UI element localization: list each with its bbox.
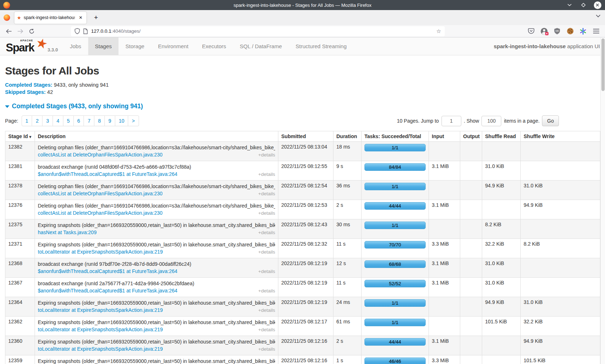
multi-account-asterisk-icon[interactable]: [578, 27, 588, 36]
account-extension-icon[interactable]: ✕: [539, 27, 549, 36]
duration-cell: 18 ms: [333, 142, 362, 161]
header-shuffle-write[interactable]: Shuffle Write: [521, 131, 600, 142]
nav-item-environment[interactable]: Environment: [151, 37, 195, 55]
forward-button[interactable]: [17, 29, 23, 34]
header-tasks[interactable]: Tasks: Succeeded/Total: [362, 131, 429, 142]
details-toggle[interactable]: +details: [258, 171, 275, 178]
details-toggle[interactable]: +details: [258, 229, 275, 236]
tracking-shield-icon[interactable]: [75, 28, 80, 34]
details-toggle[interactable]: +details: [258, 287, 275, 295]
output-cell: [460, 142, 482, 161]
stage-callsite-link[interactable]: collectAsList at DeleteOrphanFilesSparkA…: [38, 190, 162, 197]
stage-callsite-link[interactable]: collectAsList at DeleteOrphanFilesSparkA…: [38, 209, 162, 217]
page-button-5[interactable]: 5: [63, 115, 74, 126]
nav-item-sql-dataframe[interactable]: SQL / DataFrame: [233, 37, 289, 55]
close-button[interactable]: [593, 1, 601, 9]
ublock-shield-icon[interactable]: UO: [552, 27, 562, 36]
bookmark-star-icon[interactable]: ☆: [436, 28, 441, 35]
nav-item-executors[interactable]: Executors: [195, 37, 233, 55]
page-button-2[interactable]: 2: [32, 115, 42, 126]
input-cell: 3.1 MiB: [429, 258, 460, 278]
duration-cell: 1 s: [333, 355, 362, 364]
page-button-1[interactable]: 1: [22, 115, 32, 126]
shuffle-write-cell: [521, 161, 600, 181]
tasks-cell: 70/70: [362, 239, 429, 258]
tasks-cell: 1/1: [362, 142, 429, 161]
stage-callsite-link[interactable]: toLocalIterator at ExpireSnapshotsSparkA…: [38, 345, 163, 352]
stage-callsite-link[interactable]: toLocalIterator at ExpireSnapshotsSparkA…: [38, 306, 163, 314]
page-button-10[interactable]: 10: [115, 115, 129, 126]
page-info-icon[interactable]: [83, 28, 88, 34]
shuffle-read-cell: [482, 142, 521, 161]
page-button-9[interactable]: 9: [105, 115, 115, 126]
stage-id-cell: 12362: [5, 317, 35, 336]
go-button[interactable]: Go: [542, 115, 559, 126]
stage-callsite-link[interactable]: $anonfun$withThreadLocalCaptured$1 at Fu…: [38, 170, 178, 178]
details-toggle[interactable]: +details: [258, 326, 275, 333]
skipped-stages-label[interactable]: Skipped Stages:: [5, 89, 46, 95]
header-output[interactable]: Output: [460, 131, 482, 142]
new-tab-button[interactable]: +: [91, 13, 101, 22]
stage-description: Deleting orphan files (older_than=166910…: [38, 183, 275, 190]
nav-item-jobs[interactable]: Jobs: [63, 37, 88, 55]
page-button-4[interactable]: 4: [53, 115, 63, 126]
hamburger-menu-icon[interactable]: [591, 27, 601, 36]
browser-tab[interactable]: ★ spark-ingest-into-lakehous ✕: [14, 12, 86, 24]
header-shuffle-read[interactable]: Shuffle Read: [482, 131, 521, 142]
next-page-button[interactable]: >: [128, 115, 139, 126]
nav-item-storage[interactable]: Storage: [118, 37, 151, 55]
stage-row: 12367 broadcast exchange (runId 2a75677f…: [5, 278, 600, 297]
page-scrollbar[interactable]: [600, 38, 605, 364]
stage-description: broadcast exchange (runId 2a75677f-a771-…: [38, 280, 275, 287]
page-button-8[interactable]: 8: [94, 115, 105, 126]
stage-description: Deleting orphan files (older_than=166910…: [38, 202, 275, 209]
header-stage-id[interactable]: Stage Id ▾: [5, 131, 35, 142]
url-text[interactable]: 127.0.0.1:4040/stages/: [91, 28, 433, 34]
tab-list-dropdown-icon[interactable]: [596, 14, 601, 18]
details-toggle[interactable]: +details: [258, 210, 275, 217]
completed-stages-section-toggle[interactable]: Completed Stages (9433, only showing 941…: [5, 103, 600, 110]
pocket-icon[interactable]: [526, 27, 536, 36]
spark-favicon-icon: ★: [17, 15, 21, 20]
details-toggle[interactable]: +details: [258, 151, 275, 159]
details-toggle[interactable]: +details: [258, 190, 275, 197]
page-button-6[interactable]: 6: [74, 115, 84, 126]
minimize-button[interactable]: [565, 1, 573, 9]
header-description[interactable]: Description: [35, 131, 278, 142]
items-per-page-input[interactable]: [481, 116, 501, 126]
stage-callsite-link[interactable]: collectAsList at DeleteOrphanFilesSparkA…: [38, 151, 162, 158]
output-cell: [460, 239, 482, 258]
nav-item-structured-streaming[interactable]: Structured Streaming: [289, 37, 354, 55]
stage-callsite-link[interactable]: toLocalIterator at ExpireSnapshotsSparkA…: [38, 248, 163, 255]
header-duration[interactable]: Duration: [333, 131, 362, 142]
stage-callsite-link[interactable]: hasNext at Tasks.java:209: [38, 229, 97, 236]
stage-callsite-link[interactable]: toLocalIterator at ExpireSnapshotsSparkA…: [38, 326, 163, 333]
details-toggle[interactable]: +details: [258, 346, 275, 353]
back-button[interactable]: [6, 29, 12, 34]
header-submitted[interactable]: Submitted: [278, 131, 333, 142]
spark-logo[interactable]: APACHE Spark ★: [5, 37, 48, 55]
page-button-3[interactable]: 3: [42, 115, 53, 126]
scrollbar-thumb[interactable]: [601, 38, 605, 91]
url-bar[interactable]: 127.0.0.1:4040/stages/ ☆: [71, 26, 445, 36]
tab-title: spark-ingest-into-lakehous: [24, 15, 75, 20]
header-input[interactable]: Input: [429, 131, 460, 142]
details-toggle[interactable]: +details: [258, 249, 275, 256]
nav-item-stages[interactable]: Stages: [88, 37, 119, 55]
details-toggle[interactable]: +details: [258, 307, 275, 314]
firefox-icon: [4, 14, 10, 21]
jump-to-page-input[interactable]: [442, 116, 461, 126]
cookie-icon[interactable]: [565, 27, 575, 36]
extension-badge: ✕: [545, 32, 548, 35]
tab-close-icon[interactable]: ✕: [77, 14, 84, 21]
reload-button[interactable]: [29, 28, 35, 34]
page-button-7[interactable]: 7: [84, 115, 94, 126]
stage-description: Deleting orphan files (older_than=166910…: [38, 144, 275, 151]
output-cell: [460, 355, 482, 364]
tasks-cell: 44/44: [362, 336, 429, 355]
completed-stages-label[interactable]: Completed Stages:: [5, 82, 52, 88]
stage-callsite-link[interactable]: $anonfun$withThreadLocalCaptured$1 at Fu…: [38, 287, 178, 294]
stage-callsite-link[interactable]: $anonfun$withThreadLocalCaptured$1 at Fu…: [38, 268, 178, 275]
maximize-button[interactable]: [579, 1, 587, 9]
details-toggle[interactable]: +details: [258, 268, 275, 275]
